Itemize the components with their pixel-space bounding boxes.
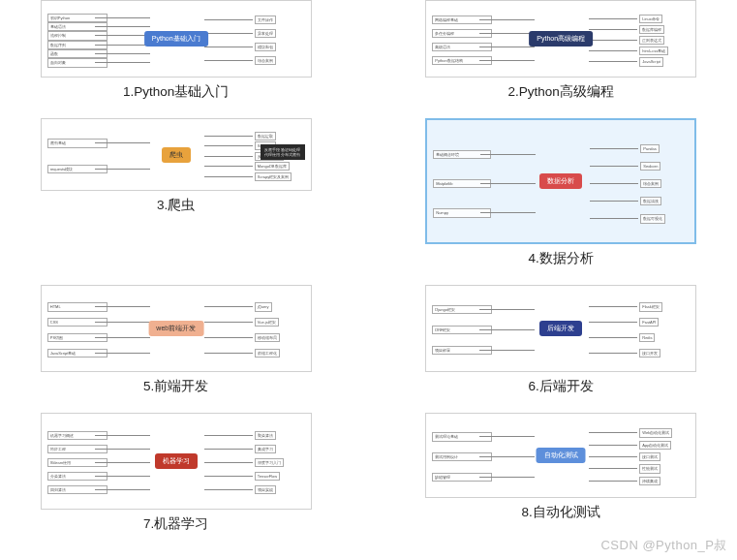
branch-right: 模块和包	[255, 43, 276, 51]
thumbnail-caption: 2.Python高级编程	[508, 83, 614, 101]
branch-right: Web自动化测试	[639, 428, 672, 437]
mindmap-thumbnail[interactable]: Python高级编程网络编程基础多任务编程高级语法Python数据结构Linux…	[425, 0, 696, 78]
mindmap-thumbnail[interactable]: 数据分析基础概念环境MatplotlibNumpyPandasSeaborn综合…	[425, 118, 696, 244]
branch-right: 前端工程化	[255, 349, 280, 358]
branch-right: Scrapy框架及案例	[255, 172, 292, 181]
branch-right: html+css基础	[639, 47, 668, 55]
branch-right: Seaborn	[640, 162, 660, 171]
branch-right: FastAPI	[639, 318, 659, 327]
mindmap-center-node: 后端开发	[539, 321, 582, 336]
mindmap-thumbnail[interactable]: 后端开发Django框架DRF框架项目部署Flask框架FastAPIRedis…	[425, 285, 696, 372]
branch-right: 文件操作	[255, 16, 276, 24]
thumbnail-caption: 7.机器学习	[143, 515, 208, 533]
thumbnail-cell-8: 自动化测试测试理论基础测试用例设计缺陷管理Web自动化测试App自动化测试接口测…	[413, 413, 711, 533]
mindmap-thumbnail[interactable]: Python基础入门初识Python基础语法流程控制数据序列函数面向对象文件操作…	[41, 0, 312, 78]
mindmap-center-node: 爬虫	[162, 147, 191, 163]
branch-right: 聚类算法	[255, 431, 276, 440]
branch-right: 数据可视化	[640, 214, 665, 223]
thumbnail-caption: 8.自动化测试	[522, 504, 600, 521]
branch-right: 接口测试	[639, 452, 660, 461]
branch-right: 集成学习	[255, 445, 276, 453]
thumbnail-caption: 1.Python基础入门	[123, 83, 229, 101]
mindmap-center-node: 机器学习	[155, 453, 198, 469]
thumbnail-cell-5: web前端开发HTMLCSSPS切图JavaScript基础jQueryVue.…	[27, 285, 325, 395]
branch-right: MongoDB数据库	[255, 162, 290, 171]
mindmap-center-node: 数据分析	[539, 173, 582, 189]
detail-box: 反爬手段 验证码处理 代理使用 分布式爬虫	[261, 144, 305, 160]
thumbnail-caption: 6.后端开发	[529, 378, 594, 395]
branch-right: 性能测试	[639, 464, 660, 473]
mindmap-center-node: 自动化测试	[537, 448, 586, 463]
thumbnail-caption: 3.爬虫	[157, 197, 195, 214]
branch-right: JavaScript	[639, 57, 663, 66]
thumbnail-cell-3: 爬虫爬虫基础requests模块数据提取Selenium反爬与反反爬MongoD…	[27, 118, 325, 267]
watermark: CSDN @Python_P叔	[600, 537, 727, 554]
thumbnail-cell-2: Python高级编程网络编程基础多任务编程高级语法Python数据结构Linux…	[413, 0, 711, 101]
thumbnail-cell-1: Python基础入门初识Python基础语法流程控制数据序列函数面向对象文件操作…	[27, 0, 325, 101]
thumbnail-caption: 5.前端开发	[143, 378, 208, 395]
branch-right: 数据清洗	[640, 197, 661, 205]
thumbnail-cell-6: 后端开发Django框架DRF框架项目部署Flask框架FastAPIRedis…	[413, 285, 711, 395]
thumbnail-caption: 4.数据分析	[529, 250, 594, 267]
mindmap-center-node: Python基础入门	[144, 31, 208, 47]
branch-right: 深度学习入门	[255, 458, 284, 467]
branch-right: 持续集成	[639, 477, 660, 485]
thumbnail-cell-4: 数据分析基础概念环境MatplotlibNumpyPandasSeaborn综合…	[413, 118, 711, 267]
branch-right: 项目实战	[255, 485, 276, 494]
branch-right: 正则表达式	[639, 36, 664, 45]
thumbnail-cell-7: 机器学习机器学习概述特征工程Sklearn使用分类算法回归算法聚类算法集成学习深…	[27, 413, 325, 533]
branch-right: App自动化测试	[639, 441, 671, 450]
branch-right: 数据提取	[255, 132, 276, 140]
branch-right: 异常处理	[255, 29, 276, 38]
branch-right: TensorFlow	[255, 472, 280, 481]
mindmap-center-node: web前端开发	[148, 321, 203, 336]
mindmap-thumbnail[interactable]: 爬虫爬虫基础requests模块数据提取Selenium反爬与反反爬MongoD…	[41, 118, 312, 191]
mindmap-thumbnail[interactable]: web前端开发HTMLCSSPS切图JavaScript基础jQueryVue.…	[41, 285, 312, 372]
branch-right: Linux命令	[639, 15, 662, 23]
mindmap-thumbnail[interactable]: 自动化测试测试理论基础测试用例设计缺陷管理Web自动化测试App自动化测试接口测…	[425, 413, 696, 498]
branch-right: 数据库编程	[639, 25, 664, 34]
mindmap-thumbnail[interactable]: 机器学习机器学习概述特征工程Sklearn使用分类算法回归算法聚类算法集成学习深…	[41, 413, 312, 510]
branch-right: Vue.js框架	[255, 318, 279, 327]
branch-right: 综合案例	[255, 56, 276, 65]
branch-right: jQuery	[255, 302, 272, 311]
branch-right: 综合案例	[640, 179, 661, 188]
branch-right: 接口开发	[639, 349, 660, 358]
mindmap-center-node: Python高级编程	[529, 31, 593, 47]
branch-right: Redis	[639, 333, 655, 342]
branch-right: 移动端布局	[255, 333, 280, 342]
branch-right: Flask框架	[639, 302, 662, 311]
branch-right: Pandas	[640, 144, 660, 153]
